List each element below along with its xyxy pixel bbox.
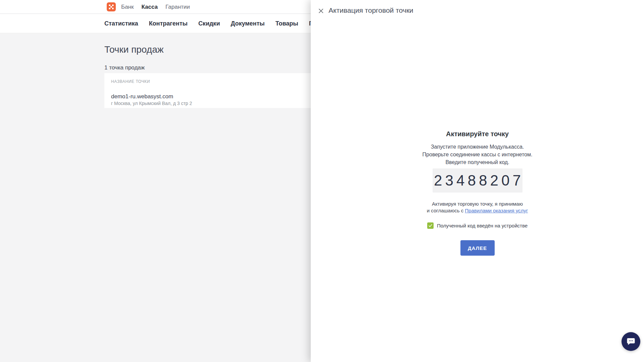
nav-item-products[interactable]: Товары xyxy=(276,20,298,27)
activation-code: 23488207 xyxy=(434,172,524,189)
code-entered-checkbox-label[interactable]: Полученный код введён на устройстве xyxy=(437,223,528,228)
activation-code-box: 23488207 xyxy=(433,168,523,193)
topnav-item-garantii[interactable]: Гарантии xyxy=(165,4,190,10)
sales-points-count: 1 точка продаж xyxy=(104,64,145,71)
instruction-line-3: Введите полученный код. xyxy=(311,158,644,166)
nav-item-discounts[interactable]: Скидки xyxy=(198,20,220,27)
next-button[interactable]: ДАЛЕЕ xyxy=(460,240,495,256)
agreement-line-2: и соглашаюсь с Правилами оказания услуг xyxy=(311,207,644,214)
topnav-item-kassa[interactable]: Касса xyxy=(141,4,158,10)
agreement-line-2-prefix: и соглашаюсь с xyxy=(427,208,465,213)
activate-heading: Активируйте точку xyxy=(311,130,644,138)
nav-item-statistics[interactable]: Статистика xyxy=(104,20,138,27)
table-column-header: НАЗВАНИЕ ТОЧКИ xyxy=(111,79,150,84)
topnav-item-bank[interactable]: Банк xyxy=(121,4,134,10)
section-nav-items: Статистика Контрагенты Скидки Документы … xyxy=(104,14,330,33)
product-switcher: Банк Касса Гарантии xyxy=(121,0,190,14)
nav-item-documents[interactable]: Документы xyxy=(231,20,264,27)
terms-of-service-link[interactable]: Правилами оказания услуг xyxy=(465,208,528,213)
page-title: Точки продаж xyxy=(104,44,163,55)
chat-widget-button[interactable] xyxy=(622,332,640,351)
drawer-title: Активация торговой точки xyxy=(329,6,413,14)
modulbank-logo-icon[interactable] xyxy=(107,2,116,11)
agreement-line-1: Активируя торговую точку, я принимаю xyxy=(311,201,644,207)
drawer-header: Активация торговой точки xyxy=(311,0,644,21)
activation-instructions: Запустите приложение Модулькасса. Провер… xyxy=(311,143,644,166)
chat-bubble-icon xyxy=(626,337,636,347)
instruction-line-1: Запустите приложение Модулькасса. xyxy=(311,143,644,151)
nav-item-counterparties[interactable]: Контрагенты xyxy=(149,20,188,27)
code-entered-checkbox[interactable] xyxy=(427,222,434,229)
instruction-line-2: Проверьте соединение кассы с интернетом. xyxy=(311,151,644,158)
table-row-point-name[interactable]: demo1-ru.webasyst.com xyxy=(111,93,173,100)
close-icon[interactable] xyxy=(317,7,325,14)
activation-drawer: Активация торговой точки Активируйте точ… xyxy=(311,0,644,362)
terms-agreement-text: Активируя торговую точку, я принимаю и с… xyxy=(311,201,644,214)
code-entered-checkbox-row: Полученный код введён на устройстве xyxy=(311,222,644,229)
table-row-point-address: г Москва, ул Крымский Вал, д 3 стр 2 xyxy=(111,101,192,106)
